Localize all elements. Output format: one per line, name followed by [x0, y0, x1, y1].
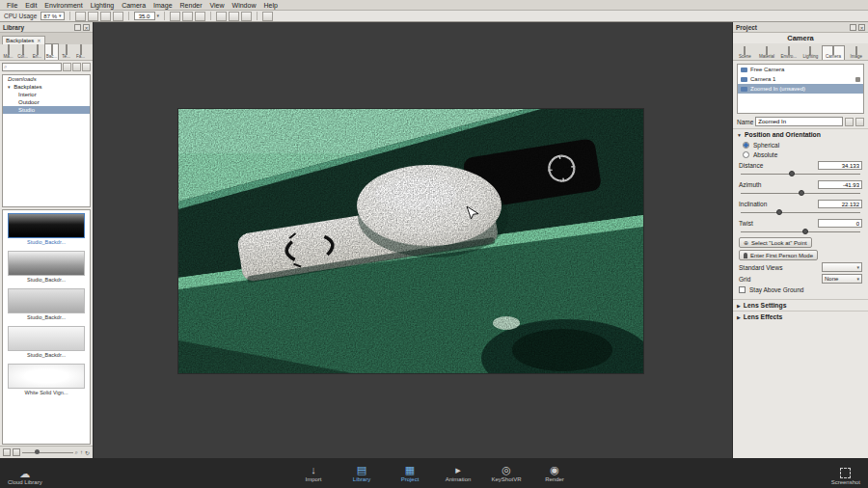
slider-handle[interactable]	[789, 171, 795, 176]
thumbnail-item[interactable]: White Solid Vign...	[4, 364, 89, 395]
thumbnail-item[interactable]: Studio_Backdr...	[4, 251, 89, 283]
fullscreen-icon[interactable]	[262, 12, 273, 21]
camera-list-item-camera-1[interactable]: Camera 1	[738, 74, 863, 84]
grid-view-icon[interactable]	[13, 448, 20, 456]
dolly-icon[interactable]	[195, 12, 205, 21]
enter-first-person-mode-button[interactable]: Enter First Person Mode	[739, 250, 818, 260]
select-look-at-point-button[interactable]: ⊕ Select "Look at" Point	[739, 237, 812, 248]
radio-spherical[interactable]: Spherical	[733, 140, 868, 149]
library-button[interactable]: ▤ Library	[345, 464, 378, 482]
viewport[interactable]	[94, 22, 732, 458]
menu-render[interactable]: Render	[176, 2, 206, 9]
camera-tool-icon[interactable]	[113, 12, 123, 21]
category-tab-backplates[interactable]: Bac...	[44, 43, 59, 60]
distance-slider[interactable]	[741, 171, 860, 178]
twist-input[interactable]	[818, 219, 862, 228]
refresh-icon[interactable]: ↻	[85, 449, 90, 456]
render-image[interactable]	[178, 109, 643, 373]
list-view-icon[interactable]	[3, 448, 11, 456]
category-tab-favorites[interactable]: Fa...	[73, 44, 88, 60]
thumbnail-size-slider[interactable]	[22, 448, 73, 456]
walkthrough-icon[interactable]	[241, 12, 252, 21]
tab-lighting[interactable]: Lighting	[800, 46, 822, 60]
save-camera-icon[interactable]	[845, 118, 854, 126]
menu-help[interactable]: Help	[259, 2, 281, 9]
keyshotvr-button[interactable]: ◎ KeyShotVR	[490, 464, 523, 482]
tree-item-downloads[interactable]: Downloads	[3, 75, 90, 83]
section-lens-effects[interactable]: ▶ Lens Effects	[733, 311, 868, 322]
inclination-slider[interactable]	[741, 209, 860, 217]
azimuth-slider[interactable]	[741, 190, 860, 198]
twist-slider[interactable]	[741, 229, 860, 236]
slider-handle[interactable]	[799, 190, 804, 196]
search-input[interactable]	[7, 64, 60, 70]
render-button[interactable]: ◉ Render	[538, 464, 571, 482]
tab-camera[interactable]: Camera	[822, 45, 846, 60]
category-tab-materials[interactable]: Ma...	[1, 44, 15, 60]
cpu-usage-dropdown[interactable]: 87 % ▾	[41, 12, 64, 20]
home-view-icon[interactable]	[216, 12, 227, 21]
chevron-down-icon[interactable]: ▾	[157, 14, 160, 18]
project-button[interactable]: ▦ Project	[393, 464, 426, 482]
pan-icon[interactable]	[182, 12, 193, 21]
stay-above-ground-checkbox[interactable]: Stay Above Ground	[733, 285, 868, 295]
azimuth-input[interactable]	[818, 180, 862, 189]
category-tab-environments[interactable]: En...	[30, 44, 44, 60]
menu-window[interactable]: Window	[229, 2, 260, 9]
performance-mode-icon[interactable]	[75, 12, 86, 21]
add-folder-icon[interactable]	[72, 63, 81, 71]
distance-input[interactable]	[818, 161, 862, 170]
category-tab-colors[interactable]: Col...	[15, 44, 30, 60]
category-tab-textures[interactable]: Te...	[59, 44, 73, 60]
close-icon[interactable]: ✕	[83, 24, 90, 31]
tree-item-interior[interactable]: Interior	[3, 91, 90, 98]
grid-dropdown[interactable]: None ▾	[822, 274, 862, 284]
camera-name-input[interactable]	[755, 117, 843, 126]
slider-handle[interactable]	[776, 209, 782, 215]
tree-item-backplates[interactable]: ▾ Backplates	[3, 83, 90, 91]
up-arrow-icon[interactable]: ↑	[80, 449, 83, 455]
menu-view[interactable]: View	[206, 2, 229, 9]
dock-icon[interactable]	[850, 24, 856, 31]
dock-icon[interactable]	[74, 24, 81, 31]
section-position-orientation[interactable]: ▼ Position and Orientation	[733, 128, 868, 140]
perspective-icon[interactable]	[229, 12, 239, 21]
menu-camera[interactable]: Camera	[118, 2, 149, 9]
tree-item-outdoor[interactable]: Outdoor	[3, 98, 90, 106]
menu-file[interactable]: File	[3, 2, 21, 9]
tab-environment[interactable]: Enviro...	[777, 46, 800, 60]
region-render-icon[interactable]	[100, 12, 111, 21]
standard-views-dropdown[interactable]: ▾	[822, 262, 862, 272]
fov-input[interactable]	[134, 12, 155, 20]
import-button[interactable]: ↓ Import	[297, 464, 330, 482]
screenshot-tool-icon[interactable]	[88, 12, 98, 21]
thumbnail-item[interactable]: Studio_Backdr...	[4, 213, 89, 245]
tumble-icon[interactable]	[170, 12, 180, 21]
slider-handle[interactable]	[35, 449, 40, 454]
camera-list-item-zoomed-in[interactable]: Zoomed In (unsaved)	[738, 84, 863, 94]
tab-material[interactable]: Material	[756, 46, 778, 60]
radio-absolute[interactable]: Absolute	[733, 149, 868, 159]
menu-image[interactable]: Image	[149, 2, 176, 9]
slider-handle[interactable]	[802, 229, 808, 234]
menu-edit[interactable]: Edit	[21, 2, 41, 9]
thumbnail-item[interactable]: Studio_Backdr...	[4, 326, 89, 358]
import-asset-icon[interactable]	[63, 63, 71, 71]
tab-scene[interactable]: Scene	[734, 46, 756, 60]
cloud-library-button[interactable]: ☁ Cloud Library	[8, 469, 42, 485]
tab-image[interactable]: Image	[845, 46, 867, 60]
tab-backplates[interactable]: Backplates ✕	[2, 36, 45, 44]
camera-list-item-free-camera[interactable]: Free Camera	[738, 65, 863, 74]
expander-icon[interactable]: ▾	[8, 84, 11, 90]
thumbnail-item[interactable]: Studio_Backdr...	[4, 288, 89, 320]
section-lens-settings[interactable]: ▶ Lens Settings	[733, 299, 868, 311]
screenshot-button[interactable]: Screenshot	[831, 468, 860, 485]
copy-camera-icon[interactable]	[855, 118, 864, 126]
animation-button[interactable]: ▸ Animation	[442, 464, 475, 482]
close-icon[interactable]: ✕	[858, 24, 865, 31]
close-icon[interactable]: ✕	[37, 38, 41, 43]
library-settings-icon[interactable]	[82, 63, 91, 71]
menu-environment[interactable]: Environment	[41, 2, 86, 9]
inclination-input[interactable]	[818, 200, 862, 208]
tree-item-studio[interactable]: Studio	[3, 106, 90, 114]
